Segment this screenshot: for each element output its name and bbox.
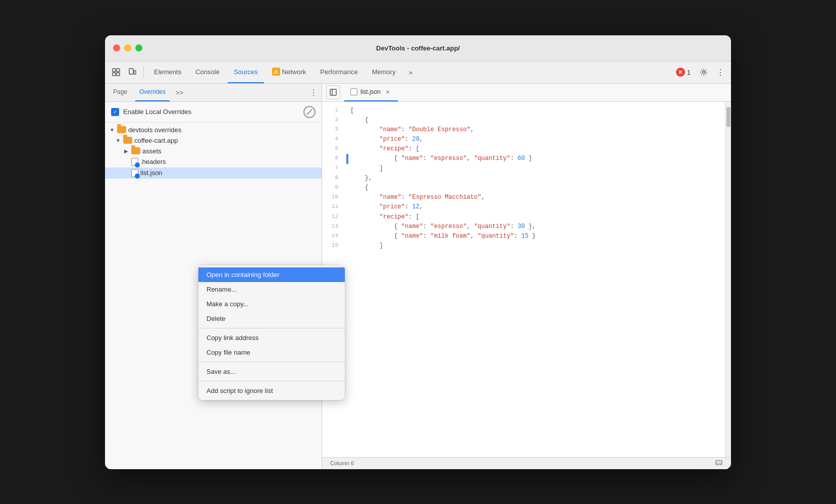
code-line-15: 15 ] bbox=[322, 241, 725, 251]
ctx-ignore[interactable]: Add script to ignore list bbox=[198, 383, 345, 398]
folder-icon-coffee-cart bbox=[123, 137, 132, 144]
tree-item-coffee-cart[interactable]: ▼ coffee-cart.app bbox=[105, 135, 322, 146]
svg-rect-3 bbox=[117, 73, 120, 76]
code-line-2: 2 { bbox=[322, 116, 725, 125]
tree-item-headers[interactable]: .headers bbox=[105, 156, 322, 167]
tree-label-root: devtools overrides bbox=[128, 126, 182, 134]
tree-item-assets[interactable]: ▶ assets bbox=[105, 146, 322, 156]
window-title: DevTools - coffee-cart.app/ bbox=[376, 44, 460, 52]
code-container: 1 [ 2 { 3 "name": "Doub bbox=[322, 102, 731, 457]
ctx-copy-name[interactable]: Copy file name bbox=[198, 345, 345, 360]
scrollbar-thumb[interactable] bbox=[726, 107, 730, 127]
sub-tab-menu-icon[interactable]: ⋮ bbox=[309, 88, 318, 97]
tree-label-headers: .headers bbox=[140, 158, 166, 165]
svg-rect-5 bbox=[134, 71, 136, 74]
tab-elements[interactable]: Elements bbox=[148, 61, 187, 83]
code-editor[interactable]: 1 [ 2 { 3 "name": "Doub bbox=[322, 102, 725, 457]
tree-arrow-headers bbox=[123, 159, 129, 165]
close-button[interactable] bbox=[113, 44, 120, 51]
code-line-13: 13 { "name": "espresso", "quantity": 30 … bbox=[322, 222, 725, 232]
toolbar-right: ✕ 1 ⋮ bbox=[672, 65, 727, 79]
file-badge-list-json bbox=[135, 174, 140, 179]
error-circle-icon: ✕ bbox=[676, 68, 685, 77]
main-toolbar: Elements Console Sources ⚠ Network Perfo… bbox=[105, 62, 731, 84]
code-line-8: 8 }, bbox=[322, 174, 725, 183]
tree-arrow-coffee-cart: ▼ bbox=[115, 137, 121, 143]
tree-item-list-json[interactable]: list.json bbox=[105, 167, 322, 179]
device-toggle-icon[interactable] bbox=[125, 65, 139, 79]
more-options-icon[interactable]: ⋮ bbox=[713, 65, 727, 79]
more-tabs-icon[interactable]: » bbox=[404, 65, 418, 79]
file-icon-wrapper-headers bbox=[131, 158, 138, 166]
code-line-1: 1 [ bbox=[322, 106, 725, 116]
editor-tab-list-json[interactable]: list.json ✕ bbox=[344, 84, 398, 102]
block-icon[interactable] bbox=[303, 106, 316, 118]
editor-tab-close-icon[interactable]: ✕ bbox=[384, 88, 392, 96]
tab-sources[interactable]: Sources bbox=[228, 61, 264, 83]
override-bar: ✓ Enable Local Overrides bbox=[105, 102, 322, 123]
ctx-delete[interactable]: Delete bbox=[198, 311, 345, 326]
title-bar: DevTools - coffee-cart.app/ bbox=[105, 35, 731, 62]
ctx-open-folder[interactable]: Open in containing folder bbox=[198, 267, 345, 282]
ctx-make-copy[interactable]: Make a copy... bbox=[198, 297, 345, 311]
status-bar: Column 6 bbox=[322, 457, 731, 469]
ctx-separator-1 bbox=[198, 328, 345, 328]
toolbar-separator bbox=[143, 66, 144, 78]
panel-toggle-icon[interactable] bbox=[326, 85, 340, 99]
tree-label-coffee-cart: coffee-cart.app bbox=[134, 137, 178, 144]
network-warning-icon: ⚠ bbox=[272, 68, 280, 76]
svg-rect-1 bbox=[117, 69, 120, 72]
ctx-separator-3 bbox=[198, 381, 345, 381]
tree-label-assets: assets bbox=[142, 147, 162, 155]
status-icon[interactable] bbox=[715, 459, 723, 468]
file-badge-headers bbox=[135, 162, 140, 167]
ctx-copy-link[interactable]: Copy link address bbox=[198, 330, 345, 345]
code-line-10: 10 "name": "Espresso Macchiato", bbox=[322, 193, 725, 202]
tree-label-list-json: list.json bbox=[140, 169, 162, 177]
maximize-button[interactable] bbox=[135, 44, 142, 51]
tab-network[interactable]: ⚠ Network bbox=[266, 61, 312, 83]
sub-tab-overrides[interactable]: Overrides bbox=[135, 84, 170, 102]
error-badge[interactable]: ✕ 1 bbox=[672, 67, 695, 78]
tree-arrow-list-json bbox=[123, 170, 129, 176]
sub-tab-more-icon[interactable]: >> bbox=[174, 89, 185, 96]
settings-icon[interactable] bbox=[697, 65, 711, 79]
inspect-icon[interactable] bbox=[109, 65, 123, 79]
status-column: Column 6 bbox=[330, 460, 354, 466]
svg-point-6 bbox=[703, 71, 705, 74]
folder-icon-root bbox=[117, 126, 126, 133]
left-panel: Page Overrides >> ⋮ ✓ Enable Local Overr… bbox=[105, 84, 322, 469]
tab-memory[interactable]: Memory bbox=[366, 61, 402, 83]
tree-arrow-assets: ▶ bbox=[123, 148, 129, 154]
tree-item-root[interactable]: ▼ devtools overrides bbox=[105, 125, 322, 135]
code-line-14: 14 { "name": "milk foam", "quantity": 15… bbox=[322, 232, 725, 241]
enable-overrides-label: Enable Local Overrides bbox=[123, 108, 299, 116]
editor-tab-label: list.json bbox=[360, 88, 381, 95]
scrollbar-track[interactable] bbox=[725, 102, 731, 457]
code-line-3: 3 "name": "Double Espresso", bbox=[322, 125, 725, 135]
right-panel: list.json ✕ 1 [ 2 bbox=[322, 84, 731, 469]
svg-rect-4 bbox=[129, 69, 133, 74]
sub-tabs: Page Overrides >> ⋮ bbox=[105, 84, 322, 102]
enable-overrides-checkbox[interactable]: ✓ bbox=[111, 108, 119, 116]
code-line-7: 7 ] bbox=[322, 164, 725, 174]
tab-performance[interactable]: Performance bbox=[314, 61, 363, 83]
editor-tabs: list.json ✕ bbox=[322, 84, 731, 102]
traffic-lights bbox=[113, 44, 142, 51]
sub-tab-page[interactable]: Page bbox=[109, 84, 131, 102]
editor-tab-file-icon bbox=[350, 88, 357, 95]
minimize-button[interactable] bbox=[124, 44, 131, 51]
devtools-window: DevTools - coffee-cart.app/ Elements Con… bbox=[105, 35, 731, 469]
tree-arrow-root: ▼ bbox=[109, 127, 115, 133]
tab-console[interactable]: Console bbox=[189, 61, 226, 83]
code-line-9: 9 { bbox=[322, 183, 725, 193]
ctx-save-as[interactable]: Save as... bbox=[198, 364, 345, 379]
svg-rect-9 bbox=[716, 461, 722, 465]
ctx-separator-2 bbox=[198, 362, 345, 362]
svg-rect-7 bbox=[330, 89, 336, 95]
code-line-5: 5 "recipe": [ bbox=[322, 144, 725, 154]
content-area: Page Overrides >> ⋮ ✓ Enable Local Overr… bbox=[105, 84, 731, 469]
ctx-rename[interactable]: Rename... bbox=[198, 282, 345, 297]
file-icon-wrapper-list-json bbox=[131, 169, 138, 177]
svg-rect-2 bbox=[113, 73, 116, 76]
